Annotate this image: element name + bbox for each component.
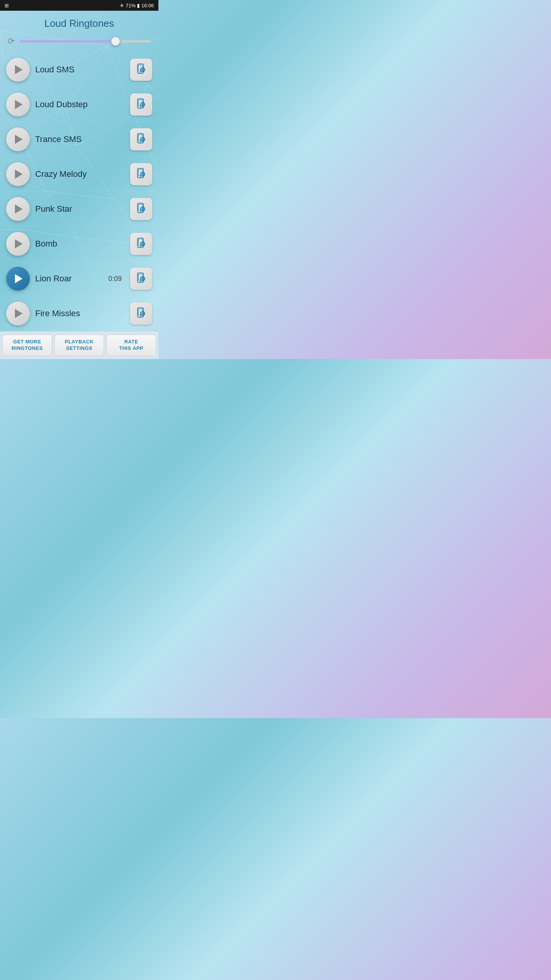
svg-point-47 [142,104,143,105]
volume-slider[interactable] [20,40,151,42]
gear-phone-icon-5 [135,203,148,216]
svg-line-104 [141,242,142,243]
ringtone-name-8: Fire Missles [35,309,125,318]
ringtone-name-4: Crazy Melody [35,169,125,179]
svg-line-107 [141,245,142,245]
svg-line-66 [143,140,144,141]
bottom-bar: GET MORE RINGTONES PLAYBACK SETTINGS RAT… [0,331,158,359]
ringtone-name-6: Bomb [35,239,125,249]
list-item: Loud Dubstep [4,87,155,122]
svg-line-94 [141,210,142,211]
play-triangle-icon [15,274,23,283]
ringtone-time-7: 0:09 [108,275,122,283]
play-button-3[interactable] [6,127,30,151]
ringtone-list: Loud SMS [0,52,158,331]
play-triangle-icon [15,309,23,318]
svg-line-68 [141,140,142,141]
svg-point-71 [140,176,141,177]
svg-point-99 [142,243,143,245]
svg-point-45 [140,106,141,108]
get-more-ringtones-button[interactable]: GET MORE RINGTONES [2,335,52,356]
rate-app-button[interactable]: RATE THIS APP [106,335,156,356]
settings-button-5[interactable] [130,198,152,220]
ringtone-name-2: Loud Dubstep [35,100,125,109]
svg-line-132 [143,312,144,312]
svg-point-110 [140,281,141,282]
gear-phone-icon-6 [135,237,148,250]
notification-icon: ⊞ [5,3,9,8]
svg-line-91 [141,207,142,208]
svg-line-120 [141,280,142,280]
settings-button-1[interactable] [130,59,152,81]
svg-point-73 [142,173,143,175]
svg-line-55 [141,106,142,106]
gear-phone-icon-1 [135,63,148,76]
svg-line-117 [141,277,142,278]
battery-percent: 71% [126,3,135,8]
play-button-2[interactable] [6,93,30,116]
svg-line-119 [143,277,144,278]
svg-line-133 [141,315,142,315]
settings-button-6[interactable] [130,233,152,255]
svg-point-34 [142,69,143,70]
clock: 16:06 [141,3,154,8]
play-button-5[interactable] [6,197,30,221]
settings-button-7[interactable] [130,268,152,290]
list-item: Loud SMS [4,52,155,87]
play-triangle-icon [15,135,23,144]
svg-line-39 [141,68,142,69]
repeat-icon[interactable]: ⟳ [8,36,15,46]
slider-fill [20,40,114,42]
gear-phone-icon-2 [135,98,148,111]
play-button-7[interactable] [6,267,30,291]
svg-line-65 [141,138,142,138]
settings-button-4[interactable] [130,163,152,185]
settings-button-3[interactable] [130,128,152,150]
playback-settings-button[interactable]: PLAYBACK SETTINGS [54,335,104,356]
svg-point-84 [140,211,141,212]
svg-line-52 [141,103,142,103]
list-item: Fire Missles [4,296,155,331]
svg-line-41 [143,68,144,69]
list-item: Punk Star [4,192,155,227]
play-button-1[interactable] [6,58,30,82]
ringtone-name-1: Loud SMS [35,65,125,75]
play-button-8[interactable] [6,302,30,325]
volume-slider-area: ⟳ [0,33,158,52]
play-button-4[interactable] [6,162,30,186]
list-item: Trance SMS [4,122,155,157]
play-triangle-icon [15,170,23,179]
settings-button-8[interactable] [130,302,152,325]
svg-point-97 [140,246,141,247]
svg-line-118 [143,280,144,280]
gear-phone-icon-3 [135,133,148,146]
settings-button-2[interactable] [130,93,152,116]
gear-phone-icon-4 [135,168,148,181]
gear-phone-icon-7 [135,272,148,285]
svg-point-58 [140,141,141,142]
svg-line-105 [143,245,144,245]
svg-line-106 [143,242,144,243]
svg-line-79 [143,175,144,176]
ringtone-name-3: Trance SMS [35,134,125,144]
slider-thumb[interactable] [111,37,120,46]
svg-line-67 [143,138,144,138]
list-item: Lion Roar 0:09 [4,261,155,296]
svg-line-131 [143,315,144,315]
svg-line-92 [143,210,144,211]
svg-point-112 [142,278,143,279]
svg-point-60 [142,139,143,140]
svg-line-53 [143,106,144,106]
svg-line-130 [141,312,142,312]
play-button-6[interactable] [6,232,30,256]
list-item: Crazy Melody [4,157,155,192]
play-triangle-icon [15,65,23,74]
play-triangle-icon [15,204,23,214]
svg-line-40 [143,71,144,71]
gear-phone-icon-8 [135,307,148,320]
svg-line-78 [141,173,142,173]
svg-line-42 [141,71,142,71]
list-item: Bomb [4,227,155,261]
play-triangle-icon [15,239,23,248]
svg-point-32 [140,72,141,73]
